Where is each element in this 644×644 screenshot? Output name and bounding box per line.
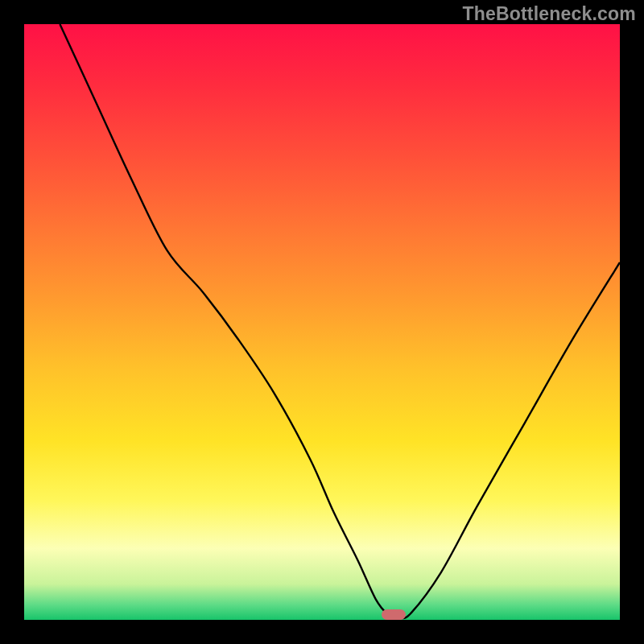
plot-area — [24, 24, 620, 620]
watermark-label: TheBottleneck.com — [462, 3, 636, 25]
bottleneck-curve — [24, 24, 620, 620]
optimum-marker — [382, 609, 406, 620]
chart-frame: TheBottleneck.com — [0, 0, 644, 644]
